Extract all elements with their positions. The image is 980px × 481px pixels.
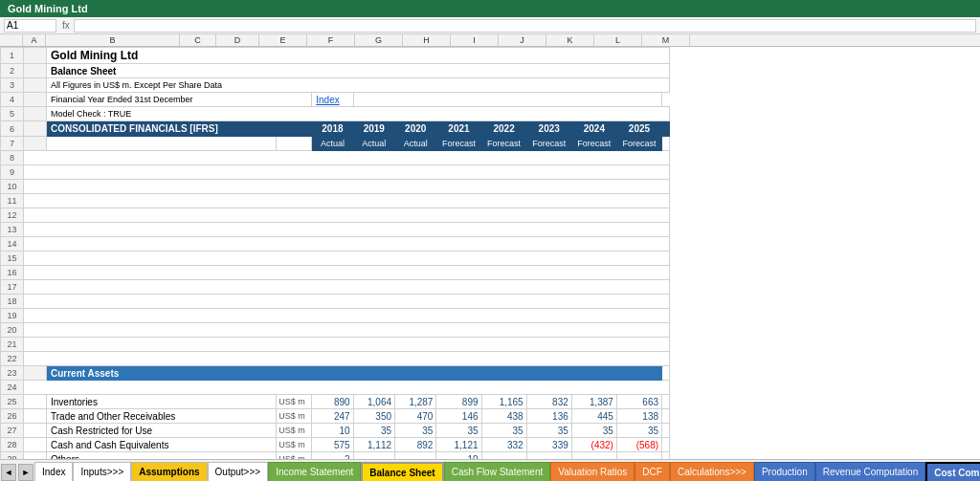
table-row: 29 Others US$ m 2 10 (1, 452, 670, 460)
app-name: Gold Mining Ltd (8, 3, 88, 14)
col-a-header: A (23, 34, 46, 46)
table-row: 19 (1, 309, 670, 323)
formula-input[interactable] (74, 19, 976, 33)
table-row: 17 (1, 280, 670, 295)
col-b-header: B (46, 34, 180, 46)
tab-nav-left[interactable]: ◄ (1, 464, 16, 481)
row-num: 3 (1, 78, 24, 93)
row-num: 5 (1, 107, 24, 121)
sheet-area: A B C D E F G H I J K L M 1 Gold Mining … (0, 34, 980, 459)
excel-toolbar: Gold Mining Ltd (0, 0, 980, 17)
col-m-header: M (642, 34, 690, 46)
tab-nav-right[interactable]: ► (18, 464, 33, 481)
table-row: 20 (1, 323, 670, 338)
table-row: 12 (1, 208, 670, 223)
tab-index[interactable]: Index (34, 462, 73, 481)
table-row: 16 (1, 266, 670, 280)
table-row: 5 Model Check : TRUE (1, 107, 670, 121)
spreadsheet-table: 1 Gold Mining Ltd 2 Balance Sheet 3 All … (0, 47, 670, 459)
tab-production[interactable]: Production (754, 462, 815, 481)
tab-revenue-computation[interactable]: Revenue Computation (815, 462, 926, 481)
forecast-header-row: 7 Actual Actual Actual Forecast Forecast… (1, 137, 670, 151)
tab-valuation-ratios[interactable]: Valuation Ratios (550, 462, 635, 481)
table-row: 13 (1, 223, 670, 237)
tab-bar: ◄ ► Index Inputs>>> Assumptions Output>>… (0, 459, 980, 481)
table-row: 22 (1, 352, 670, 366)
row-num: 4 (1, 93, 24, 107)
col-d-header: D (216, 34, 259, 46)
table-row: 28 Cash and Cash Equivalents US$ m 575 1… (1, 438, 670, 452)
table-row: 21 (1, 338, 670, 352)
tab-income-statement[interactable]: Income Statement (268, 462, 361, 481)
current-assets-header-row: 23 Current Assets (1, 366, 670, 381)
row-num: 7 (1, 137, 24, 151)
tab-balance-sheet[interactable]: Balance Sheet (361, 462, 443, 481)
table-row: 2 Balance Sheet (1, 64, 670, 78)
table-row: 15 (1, 251, 670, 266)
col-c-header: C (180, 34, 216, 46)
tab-cost-computation[interactable]: Cost Computation (925, 462, 980, 481)
tab-calculations[interactable]: Calculations>>> (670, 462, 754, 481)
row-num: 6 (1, 121, 24, 137)
table-row: 11 (1, 194, 670, 208)
col-i-header: I (451, 34, 499, 46)
table-row: 8 (1, 151, 670, 165)
tab-dcf[interactable]: DCF (635, 462, 670, 481)
table-row: 14 (1, 237, 670, 251)
col-j-header: J (499, 34, 546, 46)
table-row: 18 (1, 295, 670, 309)
table-row: 9 (1, 165, 670, 180)
consolidated-header-row: 6 CONSOLIDATED FINANCIALS [IFRS] 2018 20… (1, 121, 670, 137)
col-k-header: K (546, 34, 594, 46)
col-g-header: G (355, 34, 403, 46)
table-row: 4 Financial Year Ended 31st December Ind… (1, 93, 670, 107)
table-row: 10 (1, 180, 670, 194)
table-row: 27 Cash Restricted for Use US$ m 10 35 3… (1, 424, 670, 438)
col-f-header: F (307, 34, 355, 46)
row-num (24, 48, 47, 64)
row-num: 1 (1, 48, 24, 64)
col-h-header: H (403, 34, 451, 46)
formula-bar: fx (0, 17, 980, 34)
company-name-cell: Gold Mining Ltd (47, 48, 670, 64)
table-row: 3 All Figures in US$ m. Except Per Share… (1, 78, 670, 93)
col-l-header: L (594, 34, 642, 46)
table-row: 25 Inventories US$ m 890 1,064 1,287 899… (1, 395, 670, 409)
cell-ref-box[interactable] (4, 19, 56, 33)
col-headers: A B C D E F G H I J K L M (0, 34, 980, 47)
tab-assumptions[interactable]: Assumptions (131, 462, 207, 481)
col-e-header: E (259, 34, 307, 46)
table-row: 26 Trade and Other Receivables US$ m 247… (1, 409, 670, 424)
tab-output[interactable]: Output>>> (208, 462, 269, 481)
row-num: 2 (1, 64, 24, 78)
tab-inputs[interactable]: Inputs>>> (73, 462, 131, 481)
tab-cash-flow[interactable]: Cash Flow Statement (444, 462, 551, 481)
table-row: 1 Gold Mining Ltd (1, 48, 670, 64)
